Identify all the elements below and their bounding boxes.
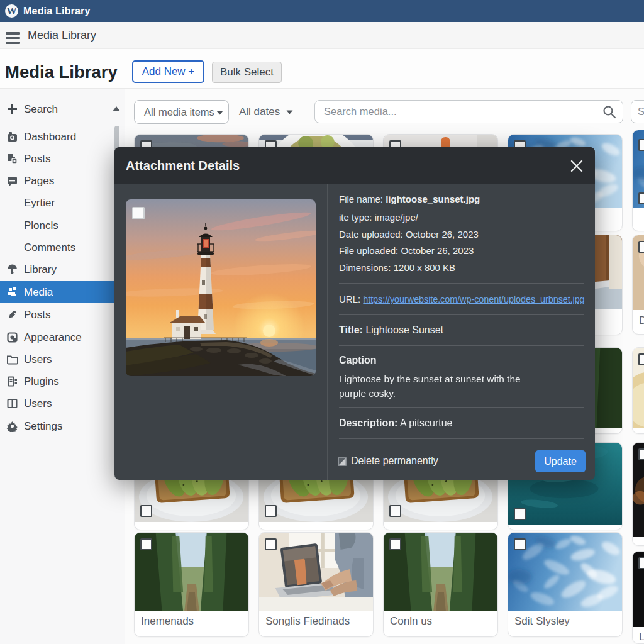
svg-text:W: W <box>6 5 17 17</box>
